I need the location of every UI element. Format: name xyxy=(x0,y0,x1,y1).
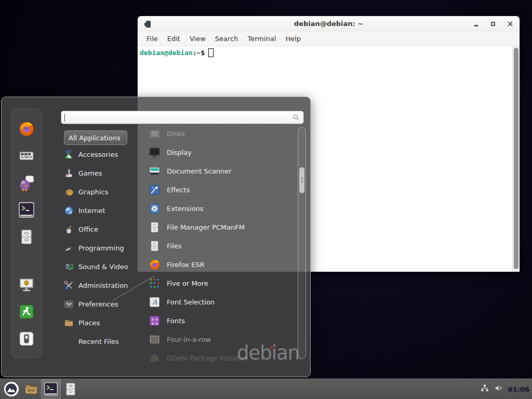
app-label: Effects xyxy=(167,186,190,194)
category-all-applications[interactable]: All Applications xyxy=(64,130,127,145)
menubar-item-terminal[interactable]: Terminal xyxy=(243,33,281,45)
file-cabinet-icon xyxy=(149,240,161,252)
category-places[interactable]: Places xyxy=(64,313,143,332)
app-gdebi-package-installer[interactable]: GDebi Package Installer xyxy=(149,349,293,367)
app-fonts[interactable]: a aa aFonts xyxy=(149,311,293,330)
app-files[interactable]: Files xyxy=(149,236,293,255)
app-label: File Manager PCManFM xyxy=(167,223,245,231)
category-sound-video[interactable]: Sound & Video xyxy=(64,257,143,276)
tray-volume-button[interactable] xyxy=(494,383,503,395)
app-effects[interactable]: Effects xyxy=(149,180,293,199)
app-four-in-a-row[interactable]: Four-in-a-row xyxy=(149,330,293,349)
programming-icon xyxy=(64,243,74,253)
app-font-selection[interactable]: AFont Selection xyxy=(149,292,293,311)
favorite-terminal[interactable] xyxy=(18,202,35,218)
prompt-user: debian@debian xyxy=(140,49,193,57)
maximize-button[interactable] xyxy=(490,21,496,27)
menubar-item-edit[interactable]: Edit xyxy=(163,33,185,45)
app-label: Document Scanner xyxy=(167,167,232,175)
close-icon: × xyxy=(507,21,514,26)
app-display[interactable]: Display xyxy=(149,143,293,162)
category-list: AccessoriesGamesGraphicsInternetOfficePr… xyxy=(64,145,143,351)
favorites-sidebar xyxy=(11,109,42,358)
favorite-firefox[interactable] xyxy=(18,121,35,137)
app-document-scanner[interactable]: Document Scanner xyxy=(149,162,293,180)
clock[interactable]: 01:06 xyxy=(508,385,529,393)
volume-icon xyxy=(494,383,503,393)
menubar-item-search[interactable]: Search xyxy=(210,33,243,45)
app-label: Disks xyxy=(167,130,185,138)
terminal-titlebar[interactable]: debian@debian: ~ × xyxy=(138,16,520,32)
window-title: debian@debian: ~ xyxy=(138,16,520,32)
fonts-icon: a aa a xyxy=(149,315,161,327)
category-label: Recent Files xyxy=(78,338,119,345)
font-selection-icon: A xyxy=(149,296,161,308)
file-cabinet-icon xyxy=(18,229,35,245)
tray-network-button[interactable] xyxy=(480,383,489,395)
taskbar: 01:06 xyxy=(0,378,532,399)
lock-screen-button[interactable] xyxy=(18,276,35,293)
debian-menu-icon xyxy=(4,381,19,397)
terminal-prompt: debian@debian:~$ xyxy=(138,46,520,57)
sound-video-icon xyxy=(64,262,74,272)
category-games[interactable]: Games xyxy=(64,164,143,182)
taskbar-file-manager-launcher[interactable] xyxy=(61,379,81,399)
menu-scrollbar-thumb[interactable] xyxy=(299,167,304,193)
category-label: Programming xyxy=(78,244,124,252)
menubar-item-view[interactable]: View xyxy=(185,33,210,45)
category-programming[interactable]: Programming xyxy=(64,238,143,257)
category-internet[interactable]: Internet xyxy=(64,201,143,220)
office-icon xyxy=(64,224,74,234)
graphics-icon xyxy=(64,187,74,197)
category-accessories[interactable]: Accessories xyxy=(64,145,143,164)
app-label: Font Selection xyxy=(167,298,215,306)
menu-scrollbar[interactable] xyxy=(298,127,306,359)
minimize-button[interactable] xyxy=(473,21,479,27)
menubar-item-help[interactable]: Help xyxy=(281,33,305,45)
disks-icon xyxy=(149,128,161,140)
document-scanner-icon xyxy=(149,165,161,177)
app-disks[interactable]: Disks xyxy=(149,124,293,143)
terminal-icon xyxy=(44,382,58,396)
search-input[interactable] xyxy=(66,114,292,122)
app-five-or-more[interactable]: Five or More xyxy=(149,274,293,292)
places-icon xyxy=(64,318,74,328)
keyboard-icon xyxy=(18,148,35,164)
app-label: Display xyxy=(167,149,192,156)
text-caret xyxy=(64,114,65,122)
terminal-scrollbar-thumb[interactable] xyxy=(514,48,518,269)
category-preferences[interactable]: Preferences xyxy=(64,295,143,313)
category-administration[interactable]: Administration xyxy=(64,276,143,295)
accessories-icon xyxy=(64,150,74,159)
app-label: Four-in-a-row xyxy=(167,336,211,343)
favorite-virtual-keyboard[interactable] xyxy=(18,148,35,164)
shut-down-button[interactable] xyxy=(18,330,35,347)
blank-icon xyxy=(64,337,74,347)
terminal-scrollbar[interactable] xyxy=(512,46,520,272)
app-extensions[interactable]: Extensions xyxy=(149,199,293,218)
menubar-item-file[interactable]: File xyxy=(142,33,163,45)
terminal-cursor xyxy=(208,48,214,57)
five-or-more-icon xyxy=(149,277,161,289)
folder-icon xyxy=(24,382,38,396)
favorite-file-manager[interactable] xyxy=(18,229,35,245)
taskbar-file-browser-launcher[interactable] xyxy=(21,379,41,399)
category-office[interactable]: Office xyxy=(64,220,143,238)
pidgin-icon xyxy=(18,175,35,191)
lock-screen-icon xyxy=(18,276,35,293)
category-recent-files[interactable]: Recent Files xyxy=(64,332,143,351)
app-file-manager-pcmanfm[interactable]: File Manager PCManFM xyxy=(149,218,293,236)
firefox-icon xyxy=(18,121,35,137)
category-label: Accessories xyxy=(78,151,118,158)
search-icon xyxy=(292,113,300,122)
administration-icon xyxy=(64,281,74,290)
taskbar-terminal-task[interactable] xyxy=(41,379,61,399)
favorite-pidgin[interactable] xyxy=(18,175,35,191)
four-in-a-row-icon xyxy=(149,334,161,345)
menu-launcher-button[interactable] xyxy=(2,379,21,399)
log-out-button[interactable] xyxy=(18,303,35,320)
category-graphics[interactable]: Graphics xyxy=(64,182,143,201)
prompt-suffix: :~$ xyxy=(193,49,205,57)
close-button[interactable]: × xyxy=(507,21,513,27)
app-firefox-esr[interactable]: Firefox ESR xyxy=(149,255,293,274)
